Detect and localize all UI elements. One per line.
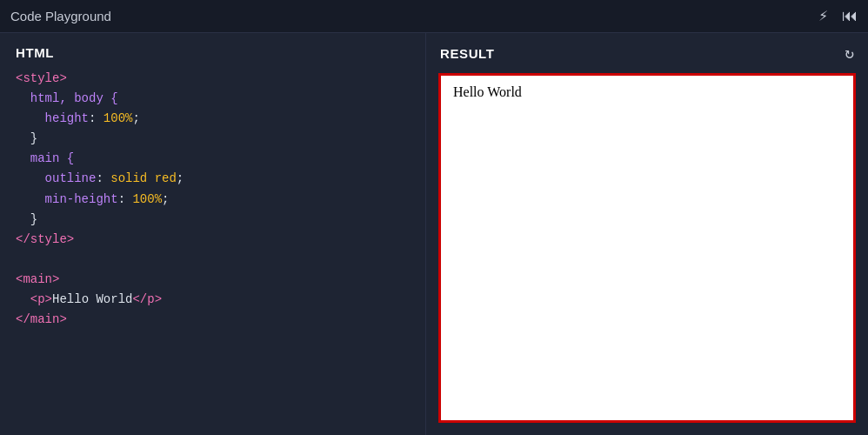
code-line: </main>: [16, 310, 410, 330]
html-panel-label: HTML: [0, 33, 425, 69]
result-preview-frame: Hello World: [438, 73, 856, 423]
code-line: <style>: [16, 69, 410, 89]
code-line: }: [16, 210, 410, 230]
code-editor[interactable]: <style> html, body { height: 100%; } mai…: [0, 69, 425, 435]
reset-icon[interactable]: ⏮: [842, 9, 858, 24]
topbar-icons: ⚡ ⏮: [818, 9, 858, 24]
code-line: outline: solid red;: [16, 169, 410, 189]
result-header: RESULT ↻: [426, 33, 868, 73]
result-panel-label: RESULT: [440, 46, 495, 61]
code-line: </style>: [16, 230, 410, 250]
app-title: Code Playground: [10, 9, 111, 23]
code-line: [16, 250, 410, 270]
main-layout: HTML <style> html, body { height: 100%; …: [0, 33, 868, 435]
code-line: min-height: 100%;: [16, 190, 410, 210]
result-preview-content: Hello World: [441, 76, 853, 109]
code-line: html, body {: [16, 89, 410, 109]
topbar: Code Playground ⚡ ⏮: [0, 0, 868, 33]
right-panel: RESULT ↻ Hello World: [426, 33, 868, 435]
code-line: }: [16, 129, 410, 149]
code-line: <main>: [16, 270, 410, 290]
refresh-icon[interactable]: ↻: [845, 44, 854, 63]
left-panel: HTML <style> html, body { height: 100%; …: [0, 33, 426, 435]
run-icon[interactable]: ⚡: [818, 9, 828, 24]
code-line: <p>Hello World</p>: [16, 290, 410, 310]
code-line: main {: [16, 149, 410, 169]
code-line: height: 100%;: [16, 109, 410, 129]
